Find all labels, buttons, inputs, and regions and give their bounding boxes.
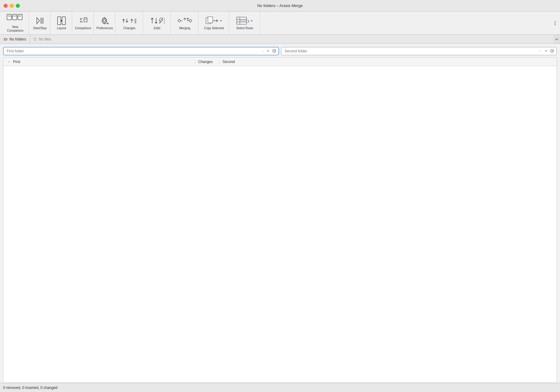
svg-point-17: [103, 19, 106, 22]
merging-button[interactable]: Merging: [173, 13, 197, 33]
second-folder-dropdown-button[interactable]: [544, 49, 548, 54]
select-rows-icons: [236, 16, 253, 25]
new-comparison-icons: [7, 14, 24, 24]
start-stop-group: Start/Stop: [30, 12, 51, 34]
files-tab-area: 🗋 No files: [30, 35, 553, 44]
new-comparison-label: New Comparison: [4, 25, 27, 33]
start-stop-label: Start/Stop: [33, 26, 47, 30]
edits-group: Edits: [144, 12, 171, 34]
col-second-header: Second: [219, 60, 557, 64]
select-rows-label: Select Rows: [236, 26, 253, 30]
toolbar: New Comparison Start/Stop: [0, 12, 560, 35]
svg-text:Σ: Σ: [80, 17, 83, 23]
second-folder-more-button[interactable]: ···: [538, 49, 543, 54]
edits-label: Edits: [154, 26, 160, 30]
status-text: 0 removed, 0 inserted, 0 changed: [3, 386, 58, 390]
toolbar-overflow-button[interactable]: [552, 17, 558, 29]
first-folder-controls: ···: [261, 48, 277, 54]
folders-tab[interactable]: 🗁 No folders: [0, 35, 30, 44]
second-folder-controls: ···: [538, 48, 555, 54]
path-inputs-row: ··· ···: [0, 44, 560, 57]
changes-button[interactable]: Changes: [117, 13, 142, 33]
layout-label: Layout: [57, 26, 66, 30]
table-header: ▪ First Changes Second: [3, 58, 557, 66]
maximize-button[interactable]: [16, 4, 20, 8]
svg-rect-12: [62, 17, 65, 25]
merging-label: Merging: [179, 26, 190, 30]
preferences-label: Preferences: [96, 26, 113, 30]
files-tab-label: No files: [39, 37, 51, 41]
table-body: [3, 66, 557, 383]
layout-group: Layout: [51, 12, 72, 34]
col-changes-label: Changes: [198, 60, 213, 64]
title-bar: No folders – Araxis Merge: [0, 0, 560, 12]
main-content: ··· ···: [0, 44, 560, 392]
copy-selected-button[interactable]: Copy Selected: [200, 13, 228, 33]
status-bar: 0 removed, 0 inserted, 0 changed: [0, 383, 560, 392]
window-title: No folders – Araxis Merge: [257, 3, 303, 8]
first-folder-history-button[interactable]: [271, 48, 277, 54]
layout-icons: [57, 16, 66, 25]
comparison-label: Comparison: [75, 26, 91, 30]
minimize-button[interactable]: [10, 4, 14, 8]
tab-bar: 🗁 No folders 🗋 No files: [0, 35, 560, 44]
copy-selected-label: Copy Selected: [204, 26, 224, 30]
select-rows-button[interactable]: Select Rows: [231, 13, 258, 33]
select-rows-group: Select Rows: [230, 12, 260, 34]
files-tab-icon: 🗋: [33, 37, 37, 41]
svg-rect-0: [7, 14, 11, 20]
col-first-header: ▪ First: [3, 60, 195, 64]
first-folder-dropdown-button[interactable]: [266, 49, 271, 54]
col-indicator: ▪: [6, 60, 11, 63]
new-comparison-button[interactable]: New Comparison: [3, 13, 27, 33]
second-folder-history-button[interactable]: [549, 48, 555, 54]
edits-icons: [149, 16, 165, 25]
edits-button[interactable]: Edits: [145, 13, 169, 33]
copy-selected-icons: [205, 16, 222, 25]
first-folder-more-button[interactable]: ···: [261, 49, 265, 54]
window-controls[interactable]: [4, 4, 20, 8]
merging-icons: [177, 16, 193, 25]
first-folder-input-wrap: ···: [3, 47, 279, 55]
close-button[interactable]: [4, 4, 8, 8]
svg-rect-6: [18, 14, 22, 20]
svg-rect-3: [12, 14, 17, 20]
svg-rect-19: [208, 17, 213, 23]
tab-dropdown-button[interactable]: [553, 35, 560, 44]
changes-icons: [121, 16, 138, 25]
folders-tab-label: No folders: [9, 37, 26, 41]
start-stop-button[interactable]: Start/Stop: [31, 13, 49, 33]
start-stop-icons: [35, 16, 44, 25]
copy-selected-group: Copy Selected: [199, 12, 229, 34]
col-changes-header: Changes: [195, 60, 219, 64]
changes-group: Changes: [116, 12, 143, 34]
second-folder-input[interactable]: [281, 47, 557, 55]
col-second-label: Second: [222, 60, 235, 64]
first-folder-input[interactable]: [3, 47, 279, 55]
svg-rect-24: [240, 19, 247, 22]
comparison-button[interactable]: Σ Comparison: [74, 13, 92, 33]
preferences-group: Preferences: [94, 12, 115, 34]
new-comparison-group: New Comparison: [2, 12, 29, 34]
changes-label: Changes: [123, 26, 135, 30]
new-comparison-icon: [7, 14, 24, 24]
merging-group: Merging: [171, 12, 198, 34]
second-folder-input-wrap: ···: [281, 47, 557, 55]
preferences-icons: [100, 16, 110, 25]
compare-table: ▪ First Changes Second: [3, 57, 557, 383]
preferences-button[interactable]: Preferences: [96, 13, 114, 33]
col-first-label: First: [13, 60, 20, 64]
folders-tab-icon: 🗁: [4, 37, 8, 41]
comparison-icons: Σ: [79, 16, 88, 25]
layout-button[interactable]: Layout: [52, 13, 71, 33]
comparison-group: Σ Comparison: [73, 12, 94, 34]
